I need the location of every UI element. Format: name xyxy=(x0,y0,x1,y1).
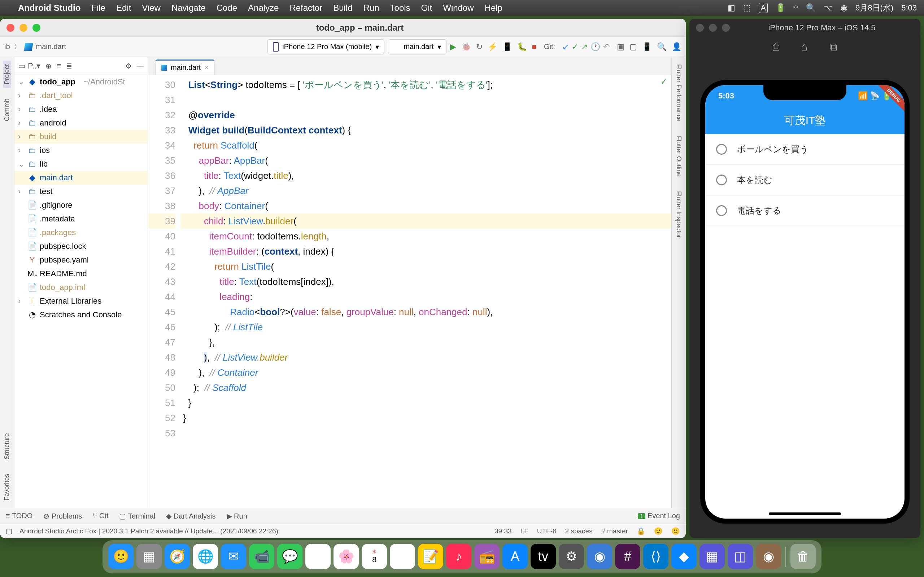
tree-scratches[interactable]: ◔Scratches and Console xyxy=(15,308,148,322)
launchpad-icon[interactable]: ▦ xyxy=(136,544,162,569)
list-item[interactable]: 本を読む xyxy=(705,165,905,195)
siri-icon[interactable]: ◉ xyxy=(841,3,848,13)
spotlight-icon[interactable]: 🔍 xyxy=(806,3,816,13)
radio-icon[interactable] xyxy=(716,205,727,216)
git-tab[interactable]: ⑂ Git xyxy=(93,512,108,520)
git-undo-button[interactable]: ↶ xyxy=(603,42,610,52)
git-push-button[interactable]: ↗ xyxy=(581,42,588,52)
terminal-tab[interactable]: ▢ Terminal xyxy=(119,512,155,521)
user-icon[interactable]: 👤 xyxy=(672,42,682,52)
tree-item[interactable]: 📄.gitignore xyxy=(15,198,148,212)
control-center-icon[interactable]: ⌥ xyxy=(824,3,833,13)
list-item[interactable]: ボールペンを買う xyxy=(705,134,905,165)
commit-tool-tab[interactable]: Commit xyxy=(3,95,11,125)
tree-root[interactable]: ⌄◆todo_app ~/AndroidSt xyxy=(15,75,148,89)
minimize-button[interactable] xyxy=(19,24,27,32)
safari-icon[interactable]: 🧭 xyxy=(165,544,190,569)
radio-icon[interactable] xyxy=(716,174,727,185)
collapse-icon[interactable]: ≣ xyxy=(66,62,72,70)
copy-icon[interactable]: ⧉ xyxy=(829,41,837,53)
sim-close[interactable] xyxy=(696,24,704,32)
flutter-outline-tab[interactable]: Flutter Outline xyxy=(675,132,683,180)
git-pull-button[interactable]: ↙ xyxy=(562,42,569,52)
todo-tab[interactable]: ≡ TODO xyxy=(6,512,32,520)
menu-file[interactable]: File xyxy=(91,3,105,13)
close-tab-icon[interactable]: × xyxy=(204,63,208,72)
inspection-ok-icon[interactable]: ✓ xyxy=(661,77,667,87)
gear-icon[interactable]: ⚙ xyxy=(125,62,132,70)
tree-item[interactable]: ›🗀.idea xyxy=(15,102,148,116)
radio-icon[interactable] xyxy=(716,144,727,155)
appletv-icon[interactable]: tv xyxy=(531,544,556,569)
run-tab[interactable]: ▶ Run xyxy=(227,512,247,521)
editor-tab-main[interactable]: main.dart × xyxy=(155,60,215,75)
emoji-sad-icon[interactable]: 🙁 xyxy=(671,527,680,535)
sdk-manager-button[interactable]: ▢ xyxy=(630,42,637,52)
dropbox-icon[interactable]: ⬚ xyxy=(743,3,751,13)
indent[interactable]: 2 spaces xyxy=(565,527,593,535)
app-icon[interactable]: ◉ xyxy=(756,544,781,569)
home-indicator[interactable] xyxy=(769,513,841,515)
menubar-time[interactable]: 5:03 xyxy=(901,3,917,13)
menu-window[interactable]: Window xyxy=(443,3,473,13)
tree-item[interactable]: 📄pubspec.lock xyxy=(15,239,148,253)
avd-manager-button[interactable]: ▣ xyxy=(617,42,624,52)
tree-item-main-dart[interactable]: ◆main.dart xyxy=(15,171,148,185)
input-icon[interactable]: A xyxy=(759,3,768,13)
trash-icon[interactable]: 🗑 xyxy=(790,544,816,569)
expand-icon[interactable]: ≡ xyxy=(57,62,61,70)
locate-icon[interactable]: ⊕ xyxy=(45,62,52,70)
notes-icon[interactable]: 📝 xyxy=(418,544,443,569)
structure-tool-tab[interactable]: Structure xyxy=(3,429,11,463)
appstore-icon[interactable]: A xyxy=(502,544,528,569)
tree-item[interactable]: ›🗀android xyxy=(15,116,148,130)
tree-item[interactable]: M↓README.md xyxy=(15,267,148,280)
menu-git[interactable]: Git xyxy=(421,3,432,13)
device-manager-button[interactable]: 📱 xyxy=(642,42,652,52)
git-history-button[interactable]: 🕐 xyxy=(591,42,600,52)
calendar-icon[interactable]: 水8 xyxy=(362,544,387,569)
lock-icon[interactable]: 🔒 xyxy=(637,527,645,535)
menu-refactor[interactable]: Refactor xyxy=(289,3,322,13)
app-icon[interactable]: ▦ xyxy=(699,544,725,569)
project-tool-tab[interactable]: Project xyxy=(3,61,11,88)
status-message[interactable]: Android Studio Arctic Fox | 2020.3.1 Pat… xyxy=(19,527,278,535)
menubar-app-name[interactable]: Android Studio xyxy=(18,3,81,13)
zoom-button[interactable] xyxy=(32,24,40,32)
home-icon[interactable]: ⌂ xyxy=(801,41,808,53)
tree-item[interactable]: ›🗀build xyxy=(15,130,148,143)
event-log-tab[interactable]: 1 Event Log xyxy=(638,512,680,520)
facetime-icon[interactable]: 📹 xyxy=(249,544,274,569)
menubar-date[interactable]: 9月8日(水) xyxy=(855,3,893,13)
menu-code[interactable]: Code xyxy=(216,3,237,13)
menu-view[interactable]: View xyxy=(142,3,161,13)
vscode-icon[interactable]: ⟨⟩ xyxy=(643,544,669,569)
emoji-smile-icon[interactable]: 🙂 xyxy=(654,527,663,535)
finder-icon[interactable]: 🙂 xyxy=(108,544,134,569)
app-icon[interactable]: ◆ xyxy=(671,544,696,569)
tree-item[interactable]: ›🗀ios xyxy=(15,143,148,157)
menu-tools[interactable]: Tools xyxy=(390,3,410,13)
menu-edit[interactable]: Edit xyxy=(116,3,131,13)
app-icon[interactable]: ◉ xyxy=(587,544,612,569)
menu-navigate[interactable]: Navigate xyxy=(171,3,206,13)
coverage-button[interactable]: ↻ xyxy=(476,42,483,52)
tree-item[interactable]: 📄.metadata xyxy=(15,212,148,226)
tree-item[interactable]: Ypubspec.yaml xyxy=(15,253,148,267)
project-dropdown[interactable]: ▭ P..▾ xyxy=(18,61,40,71)
caret-position[interactable]: 39:33 xyxy=(494,527,512,535)
git-commit-button[interactable]: ✓ xyxy=(572,42,578,52)
mail-icon[interactable]: ✉ xyxy=(221,544,246,569)
attach-debugger-button[interactable]: 📱 xyxy=(502,42,512,52)
sim-zoom[interactable] xyxy=(722,24,730,32)
slack-icon[interactable]: # xyxy=(615,544,640,569)
run-button[interactable]: ▶ xyxy=(450,42,456,52)
tree-item[interactable]: 📄todo_app.iml xyxy=(15,280,148,294)
code-content[interactable]: List<String> todoItems = [ 'ボールペンを買う', '… xyxy=(181,75,671,508)
stop-button[interactable]: ■ xyxy=(532,42,537,52)
sim-min[interactable] xyxy=(709,24,717,32)
menu-analyze[interactable]: Analyze xyxy=(248,3,279,13)
search-everywhere-button[interactable]: 🔍 xyxy=(657,42,667,52)
favorites-tool-tab[interactable]: Favorites xyxy=(3,470,11,504)
hide-icon[interactable]: — xyxy=(137,62,144,70)
